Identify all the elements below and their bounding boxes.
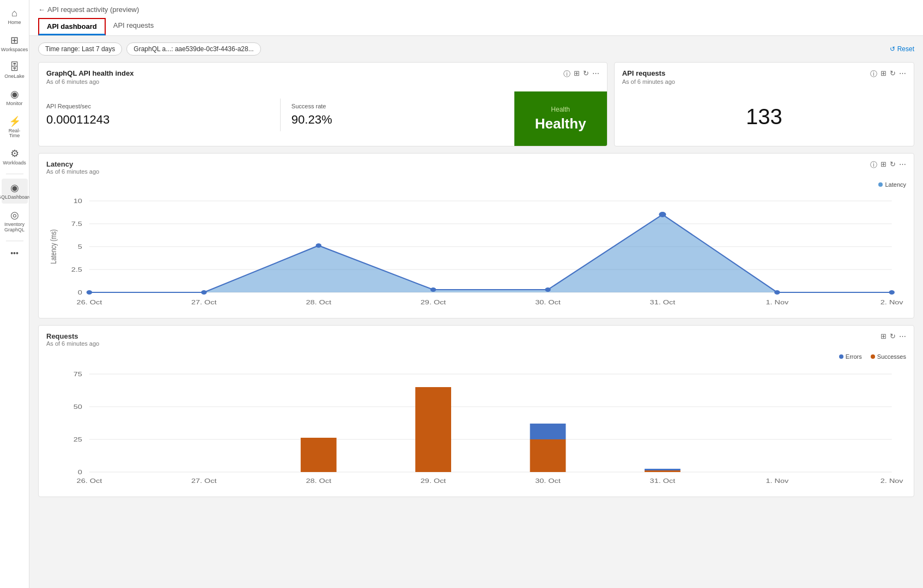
cards-row: GraphQL API health index As of 6 minutes… bbox=[38, 62, 914, 146]
latency-refresh-icon[interactable]: ↻ bbox=[890, 160, 896, 170]
health-badge-value: Healthy bbox=[535, 115, 586, 132]
tab-api-requests[interactable]: API requests bbox=[106, 18, 161, 35]
realtime-icon: ⚡ bbox=[9, 115, 21, 127]
svg-text:0: 0 bbox=[78, 469, 82, 476]
api-requests-card-subtitle: As of 6 minutes ago bbox=[622, 78, 675, 85]
health-badge-label: Health bbox=[551, 106, 570, 113]
api-request-per-sec-value: 0.00011243 bbox=[46, 113, 269, 127]
svg-text:28. Oct: 28. Oct bbox=[306, 299, 331, 306]
reset-icon: ↺ bbox=[890, 45, 895, 53]
requests-refresh-icon[interactable]: ↻ bbox=[890, 332, 896, 340]
requests-chart-actions: ⊞ ↻ ⋯ bbox=[881, 332, 906, 340]
table-icon-2[interactable]: ⊞ bbox=[881, 69, 886, 79]
api-request-per-sec-label: API Request/sec bbox=[46, 103, 269, 109]
metric-divider bbox=[280, 99, 281, 131]
sidebar-item-realtime[interactable]: ⚡ Real-Time bbox=[2, 112, 28, 143]
reset-button[interactable]: ↺ Reset bbox=[890, 45, 914, 53]
api-requests-card-actions: ⓘ ⊞ ↻ ⋯ bbox=[870, 69, 906, 79]
latency-info-icon[interactable]: ⓘ bbox=[870, 160, 877, 170]
sidebar-item-home[interactable]: ⌂ Home bbox=[2, 4, 28, 29]
svg-text:26. Oct: 26. Oct bbox=[77, 477, 102, 485]
info-icon-2[interactable]: ⓘ bbox=[870, 69, 877, 79]
latency-table-icon[interactable]: ⊞ bbox=[881, 160, 886, 170]
time-range-filter[interactable]: Time range: Last 7 days bbox=[38, 42, 122, 56]
sidebar-item-more[interactable]: ••• bbox=[2, 246, 28, 261]
sidebar-item-workspaces[interactable]: ⊞ Workspaces bbox=[2, 31, 28, 56]
time-range-label: Time range: Last 7 days bbox=[45, 45, 115, 53]
sidebar-label-monitor: Monitor bbox=[6, 101, 22, 107]
svg-text:30. Oct: 30. Oct bbox=[535, 299, 561, 306]
latency-legend-dot bbox=[878, 182, 883, 187]
refresh-icon-2[interactable]: ↻ bbox=[890, 69, 896, 79]
filter-bar: Time range: Last 7 days GraphQL a...: aa… bbox=[38, 42, 914, 56]
sidebar-item-onelake[interactable]: 🗄 OneLake bbox=[2, 58, 28, 83]
requests-chart-header: Requests As of 6 minutes ago ⊞ ↻ ⋯ bbox=[46, 332, 906, 351]
sidebar-label-gqldashboard: GQLDashboard bbox=[0, 195, 32, 200]
health-badge: Health Healthy bbox=[514, 91, 607, 146]
svg-text:31. Oct: 31. Oct bbox=[650, 299, 676, 306]
workloads-icon: ⚙ bbox=[10, 148, 19, 160]
sidebar-item-monitor[interactable]: ◉ Monitor bbox=[2, 85, 28, 110]
latency-chart-actions: ⓘ ⊞ ↻ ⋯ bbox=[870, 160, 906, 170]
requests-more-icon[interactable]: ⋯ bbox=[899, 332, 906, 340]
bar-30oct-success bbox=[530, 439, 566, 472]
health-card-title: GraphQL API health index bbox=[46, 69, 133, 77]
svg-text:29. Oct: 29. Oct bbox=[421, 299, 446, 306]
sidebar-label-workloads: Workloads bbox=[3, 161, 26, 166]
svg-text:25: 25 bbox=[74, 436, 82, 443]
svg-text:2.5: 2.5 bbox=[71, 266, 82, 273]
errors-legend-dot bbox=[839, 354, 843, 359]
reset-label: Reset bbox=[897, 45, 914, 53]
bar-28oct-success bbox=[301, 438, 337, 472]
sidebar-label-realtime: Real-Time bbox=[4, 128, 26, 139]
svg-marker-11 bbox=[89, 215, 892, 292]
health-card-subtitle: As of 6 minutes ago bbox=[46, 78, 133, 85]
bar-31oct-error bbox=[645, 469, 681, 470]
errors-legend-label: Errors bbox=[846, 353, 862, 360]
latency-chart-header: Latency As of 6 minutes ago ⓘ ⊞ ↻ ⋯ bbox=[46, 160, 906, 179]
latency-point-5 bbox=[659, 212, 666, 217]
sidebar-item-inventorygraphql[interactable]: ◎ Inventory GraphQL bbox=[2, 206, 28, 236]
latency-chart-title: Latency bbox=[46, 160, 99, 168]
refresh-icon[interactable]: ↻ bbox=[583, 69, 589, 79]
sidebar-item-workloads[interactable]: ⚙ Workloads bbox=[2, 144, 28, 169]
tab-api-dashboard[interactable]: API dashboard bbox=[38, 18, 106, 35]
more-options-icon[interactable]: ⋯ bbox=[592, 69, 599, 79]
tab-api-requests-label: API requests bbox=[113, 21, 154, 29]
latency-svg: 10 7.5 5 2.5 0 Latency (ms) bbox=[46, 190, 906, 310]
info-icon[interactable]: ⓘ bbox=[563, 69, 570, 79]
sidebar-label-home: Home bbox=[8, 20, 21, 26]
latency-chart-subtitle: As of 6 minutes ago bbox=[46, 168, 99, 175]
svg-text:Latency (ms): Latency (ms) bbox=[49, 229, 58, 264]
inventorygraphql-icon: ◎ bbox=[10, 209, 19, 221]
svg-text:26. Oct: 26. Oct bbox=[77, 299, 102, 306]
sidebar-divider-2 bbox=[6, 241, 23, 241]
bar-30oct-error bbox=[530, 424, 566, 439]
more-icon: ••• bbox=[10, 249, 19, 258]
sidebar-item-gqldashboard[interactable]: ◉ GQLDashboard bbox=[2, 179, 28, 204]
back-button[interactable]: ← API request activity (preview) bbox=[38, 5, 139, 14]
graphql-api-filter[interactable]: GraphQL a...: aae539de-0c3f-4436-a28... bbox=[126, 42, 260, 56]
requests-chart-subtitle: As of 6 minutes ago bbox=[46, 340, 99, 347]
content-area: Time range: Last 7 days GraphQL a...: aa… bbox=[29, 36, 923, 588]
svg-text:2. Nov: 2. Nov bbox=[881, 477, 903, 485]
workspaces-icon: ⊞ bbox=[10, 34, 19, 46]
bar-31oct-success bbox=[645, 470, 681, 472]
svg-text:27. Oct: 27. Oct bbox=[191, 477, 217, 485]
requests-chart-card: Requests As of 6 minutes ago ⊞ ↻ ⋯ Error… bbox=[38, 325, 914, 497]
success-rate-block: Success rate 90.23% bbox=[292, 99, 514, 131]
latency-point-0 bbox=[87, 290, 93, 295]
onelake-icon: 🗄 bbox=[10, 62, 20, 73]
health-index-card: GraphQL API health index As of 6 minutes… bbox=[38, 62, 608, 146]
home-icon: ⌂ bbox=[11, 8, 17, 19]
api-requests-card-title: API requests bbox=[622, 69, 675, 77]
table-icon[interactable]: ⊞ bbox=[574, 69, 580, 79]
api-request-per-sec-block: API Request/sec 0.00011243 bbox=[46, 99, 269, 131]
latency-more-icon[interactable]: ⋯ bbox=[899, 160, 906, 170]
latency-point-6 bbox=[774, 290, 780, 295]
requests-table-icon[interactable]: ⊞ bbox=[881, 332, 886, 340]
more-options-icon-2[interactable]: ⋯ bbox=[899, 69, 906, 79]
svg-text:0: 0 bbox=[78, 289, 82, 296]
graphql-api-label: GraphQL a...: aae539de-0c3f-4436-a28... bbox=[133, 45, 253, 53]
success-rate-value: 90.23% bbox=[292, 113, 514, 127]
